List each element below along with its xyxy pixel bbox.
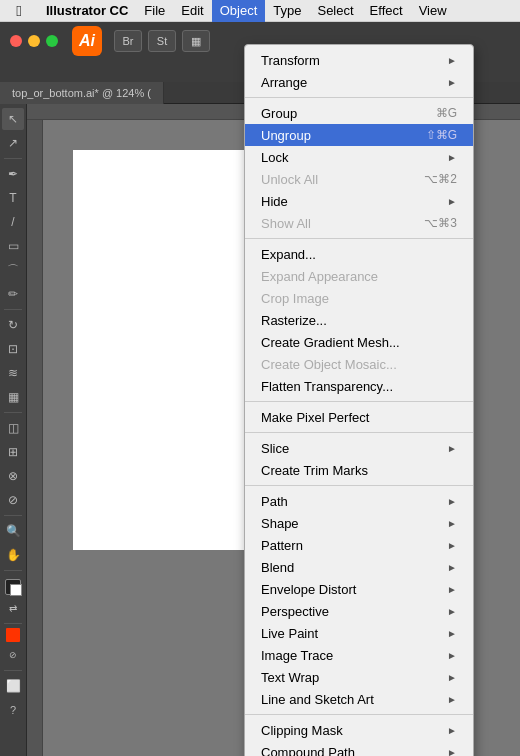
menu-item-hide[interactable]: Hide ► bbox=[245, 190, 473, 212]
menu-item-compound-path[interactable]: Compound Path ► bbox=[245, 741, 473, 756]
unlock-all-shortcut: ⌥⌘2 bbox=[424, 172, 457, 186]
menu-item-line-sketch[interactable]: Line and Sketch Art ► bbox=[245, 688, 473, 710]
group-shortcut: ⌘G bbox=[436, 106, 457, 120]
rotate-tool[interactable]: ↻ bbox=[2, 314, 24, 336]
path-label: Path bbox=[261, 494, 288, 509]
menu-item-trim-marks[interactable]: Create Trim Marks bbox=[245, 459, 473, 481]
menu-item-pixel-perfect[interactable]: Make Pixel Perfect bbox=[245, 406, 473, 428]
pen-tool[interactable]: ✒ bbox=[2, 163, 24, 185]
maximize-button[interactable] bbox=[46, 35, 58, 47]
hide-label: Hide bbox=[261, 194, 288, 209]
graph-tool[interactable]: ▦ bbox=[2, 386, 24, 408]
none-mode[interactable]: ⊘ bbox=[2, 644, 24, 666]
menu-item-live-paint[interactable]: Live Paint ► bbox=[245, 622, 473, 644]
menu-item-shape[interactable]: Shape ► bbox=[245, 512, 473, 534]
apple-menu[interactable]:  bbox=[0, 2, 38, 19]
tool-separator-4 bbox=[4, 515, 22, 516]
hand-tool[interactable]: ✋ bbox=[2, 544, 24, 566]
type-tool[interactable]: T bbox=[2, 187, 24, 209]
hide-arrow: ► bbox=[447, 196, 457, 207]
app-name[interactable]: Illustrator CC bbox=[38, 0, 136, 22]
minimize-button[interactable] bbox=[28, 35, 40, 47]
paintbrush-tool[interactable]: ⌒ bbox=[2, 259, 24, 281]
shape-label: Shape bbox=[261, 516, 299, 531]
pencil-tool[interactable]: ✏ bbox=[2, 283, 24, 305]
compound-path-label: Compound Path bbox=[261, 745, 355, 757]
menu-item-arrange[interactable]: Arrange ► bbox=[245, 71, 473, 93]
menu-item-image-trace[interactable]: Image Trace ► bbox=[245, 644, 473, 666]
show-all-shortcut: ⌥⌘3 bbox=[424, 216, 457, 230]
stock-badge[interactable]: St bbox=[148, 30, 176, 52]
view-menu[interactable]: View bbox=[411, 0, 455, 22]
menu-item-rasterize[interactable]: Rasterize... bbox=[245, 309, 473, 331]
slice-arrow: ► bbox=[447, 443, 457, 454]
menu-item-path[interactable]: Path ► bbox=[245, 490, 473, 512]
arrange-arrow: ► bbox=[447, 77, 457, 88]
lock-arrow: ► bbox=[447, 152, 457, 163]
select-menu[interactable]: Select bbox=[309, 0, 361, 22]
zoom-tool[interactable]: 🔍 bbox=[2, 520, 24, 542]
close-button[interactable] bbox=[10, 35, 22, 47]
line-sketch-arrow: ► bbox=[447, 694, 457, 705]
blend-tool[interactable]: ⊗ bbox=[2, 465, 24, 487]
menu-item-flatten-transparency[interactable]: Flatten Transparency... bbox=[245, 375, 473, 397]
menu-item-group[interactable]: Group ⌘G bbox=[245, 102, 473, 124]
direct-select-tool[interactable]: ↗ bbox=[2, 132, 24, 154]
menu-item-lock[interactable]: Lock ► bbox=[245, 146, 473, 168]
ungroup-label: Ungroup bbox=[261, 128, 311, 143]
object-menu-trigger[interactable]: Object bbox=[212, 0, 266, 22]
bridge-badge[interactable]: Br bbox=[114, 30, 142, 52]
expand-label: Expand... bbox=[261, 247, 316, 262]
swap-colors[interactable]: ⇄ bbox=[2, 597, 24, 619]
ungroup-shortcut: ⇧⌘G bbox=[426, 128, 457, 142]
mesh-tool[interactable]: ⊞ bbox=[2, 441, 24, 463]
document-tab[interactable]: top_or_bottom.ai* @ 124% ( bbox=[0, 82, 164, 104]
menu-item-gradient-mesh[interactable]: Create Gradient Mesh... bbox=[245, 331, 473, 353]
live-paint-arrow: ► bbox=[447, 628, 457, 639]
menu-item-envelope-distort[interactable]: Envelope Distort ► bbox=[245, 578, 473, 600]
text-wrap-arrow: ► bbox=[447, 672, 457, 683]
tool-separator-2 bbox=[4, 309, 22, 310]
menu-item-blend[interactable]: Blend ► bbox=[245, 556, 473, 578]
gradient-tool[interactable]: ◫ bbox=[2, 417, 24, 439]
menu-item-clipping-mask[interactable]: Clipping Mask ► bbox=[245, 719, 473, 741]
menu-item-text-wrap[interactable]: Text Wrap ► bbox=[245, 666, 473, 688]
menu-item-expand[interactable]: Expand... bbox=[245, 243, 473, 265]
fill-color[interactable] bbox=[5, 579, 21, 595]
draw-mode[interactable]: ⬜ bbox=[2, 675, 24, 697]
scale-tool[interactable]: ⊡ bbox=[2, 338, 24, 360]
edit-menu[interactable]: Edit bbox=[173, 0, 211, 22]
clipping-mask-label: Clipping Mask bbox=[261, 723, 343, 738]
file-menu[interactable]: File bbox=[136, 0, 173, 22]
perspective-arrow: ► bbox=[447, 606, 457, 617]
warp-tool[interactable]: ≋ bbox=[2, 362, 24, 384]
color-mode[interactable] bbox=[6, 628, 20, 642]
menu-item-object-mosaic[interactable]: Create Object Mosaic... bbox=[245, 353, 473, 375]
type-menu[interactable]: Type bbox=[265, 0, 309, 22]
path-arrow: ► bbox=[447, 496, 457, 507]
help-tool[interactable]: ? bbox=[2, 699, 24, 721]
menu-item-ungroup[interactable]: Ungroup ⇧⌘G bbox=[245, 124, 473, 146]
eyedropper-tool[interactable]: ⊘ bbox=[2, 489, 24, 511]
layout-badge[interactable]: ▦ bbox=[182, 30, 210, 52]
tool-separator-3 bbox=[4, 412, 22, 413]
menu-item-transform[interactable]: Transform ► bbox=[245, 49, 473, 71]
vertical-ruler bbox=[27, 120, 43, 756]
effect-menu[interactable]: Effect bbox=[362, 0, 411, 22]
menu-item-crop-image[interactable]: Crop Image bbox=[245, 287, 473, 309]
menu-item-expand-appearance[interactable]: Expand Appearance bbox=[245, 265, 473, 287]
menu-item-perspective[interactable]: Perspective ► bbox=[245, 600, 473, 622]
group-label: Group bbox=[261, 106, 297, 121]
rect-tool[interactable]: ▭ bbox=[2, 235, 24, 257]
menu-separator-4 bbox=[245, 432, 473, 433]
menu-item-slice[interactable]: Slice ► bbox=[245, 437, 473, 459]
select-tool[interactable]: ↖ bbox=[2, 108, 24, 130]
flatten-transparency-label: Flatten Transparency... bbox=[261, 379, 393, 394]
menu-separator-3 bbox=[245, 401, 473, 402]
tool-separator-1 bbox=[4, 158, 22, 159]
menu-item-unlock-all[interactable]: Unlock All ⌥⌘2 bbox=[245, 168, 473, 190]
line-tool[interactable]: / bbox=[2, 211, 24, 233]
menu-item-show-all[interactable]: Show All ⌥⌘3 bbox=[245, 212, 473, 234]
object-menu-dropdown: Transform ► Arrange ► Group ⌘G Ungroup ⇧… bbox=[244, 44, 474, 756]
menu-item-pattern[interactable]: Pattern ► bbox=[245, 534, 473, 556]
